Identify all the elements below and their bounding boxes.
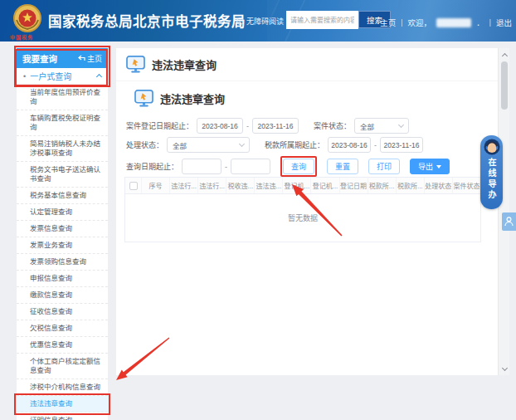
case-date-from-input[interactable]: 2023-08-16 <box>197 118 243 134</box>
table-column-header: 违法行... <box>198 178 226 193</box>
table-column-header: 登记机... <box>283 178 311 193</box>
form-row-handle-status: 处理状态： 全部 税款所属期起止： 2023-08-16 - 2023-11-1… <box>126 137 423 153</box>
home-link[interactable]: 主页 <box>380 17 396 28</box>
accessibility-label: 无障碍阅读 <box>246 16 284 27</box>
print-button[interactable]: 打印 <box>368 159 400 174</box>
sidebar-item[interactable]: 简易注销纳税人未办结涉税事项查询 <box>17 136 108 162</box>
sidebar-item[interactable]: 优惠信息查询 <box>17 337 108 354</box>
logout-link[interactable]: 退出 <box>496 17 512 28</box>
monitor-cursor-icon <box>126 56 145 73</box>
sidebar-item[interactable]: 税务文书电子送达确认书查询 <box>17 162 108 188</box>
sidebar-item[interactable]: 发票业务查询 <box>17 237 108 254</box>
online-guide-label: 在线导办 <box>485 158 498 201</box>
scroll-down-button[interactable] <box>499 364 510 374</box>
scroll-up-button[interactable] <box>499 49 510 60</box>
table-column-header: 登记机... <box>311 178 339 193</box>
sidebar-item[interactable]: 个体工商户核定定额信息查询 <box>17 354 108 379</box>
table-column-header: 税收违... <box>226 178 255 193</box>
select-all-cell <box>125 178 142 193</box>
range-separator: - <box>374 141 377 149</box>
person-icon <box>504 217 514 227</box>
sidebar-item[interactable]: 欠税信息查询 <box>17 320 108 337</box>
page-title-row: 违法违章查询 <box>116 48 498 81</box>
select-all-checkbox[interactable] <box>129 182 138 190</box>
sidebar-item[interactable]: 涉税中介机构信息查询 <box>17 379 108 396</box>
sidebar-group-label: 一户式查询 <box>30 70 71 82</box>
header-links: 主页 | 欢迎， ． | 退出 <box>380 17 512 28</box>
case-status-label: 案件状态： <box>314 120 351 131</box>
welcome-suffix: ． <box>476 17 484 28</box>
chevron-down-icon <box>239 141 245 147</box>
scrollbar-thumb[interactable] <box>501 61 508 110</box>
table-column-header: 税款所... <box>368 178 397 193</box>
sidebar: 我要查询 主页 • 一户式查询 当前年度信用预评价查询 <box>17 48 108 420</box>
table-column-header: 违法违... <box>255 178 283 193</box>
table-empty-state: 暂无数据 <box>125 194 480 242</box>
page-title: 违法违章查询 <box>152 56 217 72</box>
accessibility-toggle[interactable]: 无障碍阅读 <box>236 16 284 27</box>
sidebar-item[interactable]: 认定管理查询 <box>17 204 108 221</box>
query-date-to-input[interactable] <box>231 159 270 174</box>
sidebar-item[interactable]: 证明信息查询 <box>17 413 108 420</box>
case-date-to-input[interactable]: 2023-11-16 <box>252 118 299 134</box>
table-column-header: 登记日期 <box>340 178 368 193</box>
sidebar-item[interactable]: 发票信息查询 <box>17 221 108 237</box>
tax-period-label: 税款所属期起止： <box>265 139 324 150</box>
case-status-select[interactable]: 全部 <box>354 118 409 134</box>
assistant-avatar-icon <box>484 139 500 155</box>
main-panel: 违法违章查询 违法违章查询 案件登记日期起止： 2023-08-16 - 202… <box>116 48 498 375</box>
sidebar-item[interactable]: 征收信息查询 <box>17 304 108 320</box>
table-column-header: 税款所... <box>397 178 425 193</box>
return-arrow-icon <box>78 55 85 61</box>
top-header: 中国税务 国家税务总局北京市电子税务局 无障碍阅读 搜索 主页 | 欢迎， ． … <box>0 0 516 42</box>
sidebar-title: 我要查询 <box>22 52 57 65</box>
triangle-down-icon <box>436 165 441 168</box>
contact-widget[interactable] <box>502 212 516 231</box>
reset-button[interactable]: 重置 <box>327 159 358 174</box>
handle-status-select[interactable]: 全部 <box>167 137 250 153</box>
table-column-header: 案件状态 <box>453 178 480 193</box>
table-column-header: 违法行... <box>170 178 198 193</box>
national-emblem-logo-icon <box>12 3 42 33</box>
welcome-label: 欢迎， <box>408 17 432 28</box>
search-button[interactable]: 搜索 <box>358 11 391 28</box>
site-title: 国家税务总局北京市电子税务局 <box>48 11 246 31</box>
range-separator: - <box>225 163 227 171</box>
chevron-down-icon <box>501 364 507 370</box>
bullet-icon: • <box>23 72 26 81</box>
sidebar-item[interactable]: 税务基本信息查询 <box>17 188 108 204</box>
online-guide-widget[interactable]: 在线导办 <box>480 135 503 209</box>
query-date-from-input[interactable] <box>182 159 221 174</box>
divider: | <box>401 18 402 27</box>
accessibility-icon <box>236 17 244 25</box>
query-date-label: 查询日期起止： <box>126 161 178 172</box>
sidebar-item[interactable]: 当前年度信用预评价查询 <box>17 85 108 110</box>
sidebar-top-group: 我要查询 主页 • 一户式查询 <box>17 48 108 85</box>
sidebar-item[interactable]: 违法违章查询 <box>17 396 108 413</box>
range-separator: - <box>246 122 249 130</box>
vertical-scrollbar[interactable] <box>498 48 509 375</box>
sidebar-item[interactable]: 申报信息查询 <box>17 271 108 287</box>
tax-period-from-input[interactable]: 2023-08-16 <box>328 137 371 153</box>
export-button[interactable]: 导出 <box>410 159 450 174</box>
redacted-username <box>436 18 471 27</box>
sidebar-header: 我要查询 主页 <box>17 48 108 68</box>
table-column-header: 序号 <box>142 178 170 193</box>
search-input[interactable] <box>286 12 358 29</box>
sidebar-item[interactable]: 发票领购信息查询 <box>17 254 108 271</box>
header-search <box>286 11 358 28</box>
form-row-case-date: 案件登记日期起止： 2023-08-16 - 2023-11-16 案件状态： … <box>126 118 409 134</box>
logo-caption: 中国税务 <box>10 33 33 41</box>
annotation-box-query-button: 查询 <box>280 156 317 177</box>
sidebar-menu: 当前年度信用预评价查询 车辆购置税免税证明查询 简易注销纳税人未办结涉税事项查询… <box>17 85 108 420</box>
form-row-query-date: 查询日期起止： - 查询 重置 打印 导出 <box>126 156 450 177</box>
chevron-up-icon <box>96 74 102 80</box>
monitor-cursor-icon <box>134 90 153 107</box>
sidebar-group-toggle[interactable]: • 一户式查询 <box>17 68 108 85</box>
sidebar-item[interactable]: 缴款信息查询 <box>17 287 108 304</box>
tax-period-to-input[interactable]: 2023-11-16 <box>380 137 423 153</box>
case-date-label: 案件登记日期起止： <box>126 120 193 131</box>
back-home-link[interactable]: 主页 <box>78 53 102 64</box>
query-button[interactable]: 查询 <box>283 159 314 174</box>
sidebar-item[interactable]: 车辆购置税免税证明查询 <box>17 110 108 136</box>
